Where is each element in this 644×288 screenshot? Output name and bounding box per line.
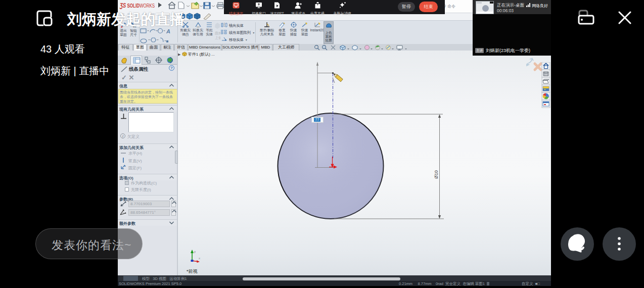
svg-text:x: x — [199, 257, 200, 260]
svg-text:y: y — [194, 250, 196, 253]
svg-text:曲面: 曲面 — [215, 31, 220, 35]
svg-text:上偏: 上偏 — [215, 36, 220, 40]
